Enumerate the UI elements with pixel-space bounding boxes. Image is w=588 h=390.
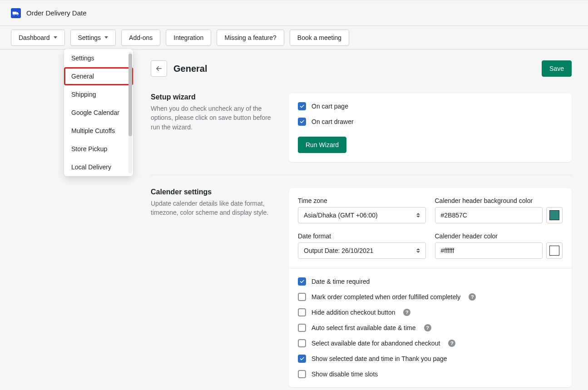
timezone-label: Time zone	[298, 197, 426, 204]
show-thank-you-label: Show selected date and time in Thank you…	[311, 355, 447, 362]
setup-wizard-heading: Setup wizard	[151, 93, 278, 101]
help-icon[interactable]: ?	[424, 324, 431, 331]
calendar-settings-heading: Calender settings	[151, 188, 278, 196]
page-body: SettingsGeneralShippingGoogle CalendarMu…	[0, 49, 588, 390]
dropdown-item-multiple-cutoffs[interactable]: Multiple Cutoffs	[64, 122, 133, 140]
nav-book-meeting-button[interactable]: Book a meeting	[290, 30, 349, 46]
nav-missing-label: Missing a feature?	[224, 34, 276, 41]
date-format-label: Date format	[298, 232, 426, 240]
nav-dashboard-button[interactable]: Dashboard	[11, 30, 65, 46]
timezone-value: Asia/Dhaka (GMT +06:00)	[304, 212, 378, 219]
app-header: Order Delivery Date	[0, 0, 588, 26]
nav-integration-label: Integration	[173, 34, 203, 41]
save-button[interactable]: Save	[542, 60, 572, 77]
on-cart-page-label: On cart page	[311, 103, 348, 110]
chevron-down-icon	[104, 36, 108, 39]
app-logo-icon	[11, 8, 21, 18]
dropdown-item-store-pickup[interactable]: Store Pickup	[64, 140, 133, 158]
timezone-select[interactable]: Asia/Dhaka (GMT +06:00)	[298, 207, 426, 223]
help-icon[interactable]: ?	[403, 309, 410, 316]
dropdown-item-shipping[interactable]: Shipping	[64, 85, 133, 104]
nav-addons-button[interactable]: Add-ons	[121, 30, 160, 46]
header-color-value: #ffffff	[441, 247, 455, 254]
on-cart-drawer-label: On cart drawer	[311, 118, 354, 125]
mark-order-completed-checkbox[interactable]	[298, 293, 306, 301]
settings-dropdown: SettingsGeneralShippingGoogle CalendarMu…	[64, 49, 133, 176]
on-cart-drawer-checkbox[interactable]	[298, 118, 306, 126]
nav-dashboard-label: Dashboard	[19, 34, 50, 41]
chevron-down-icon	[54, 36, 57, 39]
nav-settings-button[interactable]: Settings	[70, 30, 116, 46]
auto-select-first-checkbox[interactable]	[298, 324, 306, 332]
date-format-value: Output Date: 26/10/2021	[304, 247, 373, 254]
setup-wizard-desc: When you do check uncheck any of the opt…	[151, 104, 278, 132]
nav-settings-label: Settings	[78, 34, 101, 41]
run-wizard-button[interactable]: Run Wizard	[298, 137, 346, 153]
date-format-select[interactable]: Output Date: 26/10/2021	[298, 242, 426, 259]
dropdown-scroll-thumb[interactable]	[128, 54, 132, 136]
header-color-swatch[interactable]	[546, 242, 563, 259]
save-label: Save	[549, 65, 564, 72]
dropdown-item-local-delivery[interactable]: Local Delivery	[64, 158, 133, 176]
header-bg-color-input[interactable]: #2B857C	[435, 207, 543, 223]
run-wizard-label: Run Wizard	[306, 141, 339, 148]
header-bg-color-value: #2B857C	[441, 212, 467, 219]
nav-integration-button[interactable]: Integration	[166, 30, 211, 46]
svg-point-2	[17, 14, 18, 15]
hide-checkout-button-checkbox[interactable]	[298, 308, 306, 316]
auto-select-first-label: Auto select first available date & time	[311, 324, 416, 331]
calendar-settings-desc: Update calender details like date format…	[151, 199, 278, 217]
date-time-required-label: Date & time required	[311, 278, 370, 285]
date-time-required-checkbox[interactable]	[298, 277, 306, 286]
help-icon[interactable]: ?	[448, 340, 455, 347]
arrow-left-icon	[155, 64, 163, 73]
on-cart-page-checkbox[interactable]	[298, 102, 306, 110]
svg-point-1	[14, 14, 15, 15]
header-color-label: Calender header color	[435, 232, 563, 240]
page-title: General	[173, 64, 207, 74]
abandoned-checkout-checkbox[interactable]	[298, 339, 306, 347]
nav-row: Dashboard Settings Add-ons Integration M…	[0, 26, 588, 49]
header-bg-color-label: Calender header background color	[435, 197, 563, 204]
show-disable-slots-checkbox[interactable]	[298, 370, 306, 378]
dropdown-scrollbar[interactable]	[128, 52, 132, 173]
show-disable-slots-label: Show disable time slots	[311, 370, 378, 378]
mark-order-completed-label: Mark order completed when order fulfille…	[311, 293, 460, 301]
dropdown-item-settings[interactable]: Settings	[64, 49, 133, 67]
dropdown-item-google-calendar[interactable]: Google Calendar	[64, 104, 133, 122]
select-arrows-icon	[416, 248, 420, 253]
header-color-input[interactable]: #ffffff	[435, 242, 543, 259]
dropdown-item-general[interactable]: General	[64, 67, 133, 85]
hide-checkout-button-label: Hide addition checkout button	[311, 309, 395, 316]
svg-rect-0	[13, 11, 17, 14]
nav-missing-feature-button[interactable]: Missing a feature?	[217, 30, 284, 46]
back-button[interactable]	[151, 60, 167, 77]
nav-addons-label: Add-ons	[129, 34, 153, 41]
app-title: Order Delivery Date	[26, 9, 87, 17]
select-arrows-icon	[416, 213, 420, 217]
show-thank-you-checkbox[interactable]	[298, 355, 306, 363]
nav-book-label: Book a meeting	[297, 34, 341, 41]
help-icon[interactable]: ?	[469, 293, 476, 301]
header-bg-color-swatch[interactable]	[546, 207, 563, 223]
abandoned-checkout-label: Select available date for abandoned chec…	[311, 340, 440, 347]
